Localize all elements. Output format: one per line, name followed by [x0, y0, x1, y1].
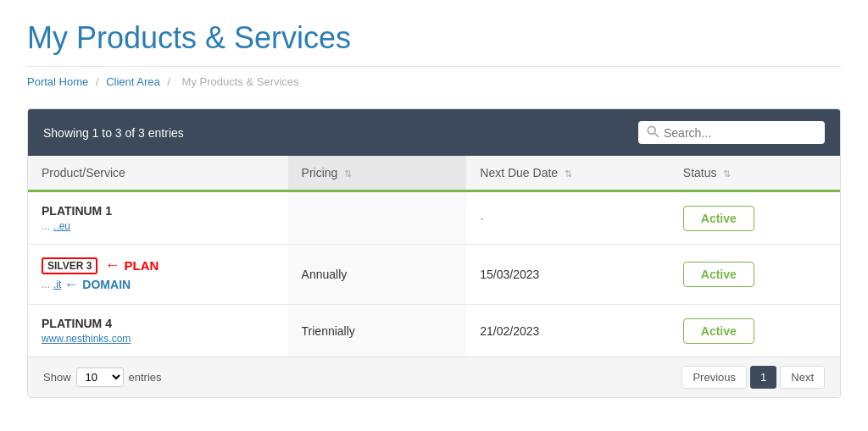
pagination: Previous 1 Next: [682, 366, 825, 389]
search-input[interactable]: [664, 126, 816, 140]
next-button[interactable]: Next: [780, 366, 825, 389]
pricing-cell-3: Triennially: [288, 305, 467, 357]
entries-label: entries: [129, 371, 162, 384]
product-sub-1: ... ..eu: [42, 220, 275, 232]
due-date-3: 21/02/2023: [480, 324, 539, 338]
show-entries: Show 10 25 50 100 entries: [43, 367, 162, 387]
show-label: Show: [43, 371, 71, 384]
product-domain-2[interactable]: .it: [53, 279, 61, 290]
table-row: SILVER 3 ← PLAN ... .it ← DOMAIN: [28, 245, 840, 305]
due-date-1: -: [480, 212, 484, 225]
table-header-bar: Showing 1 to 3 of 3 entries: [28, 109, 840, 156]
due-cell-2: 15/03/2023: [466, 245, 670, 305]
arrow-domain-icon: ←: [64, 277, 78, 292]
search-icon: [647, 125, 659, 140]
product-sub-text-1: ...: [42, 220, 50, 232]
product-cell-1: PLATINUM 1 ... ..eu: [28, 191, 288, 245]
breadcrumb-sep-2: /: [167, 75, 170, 88]
product-domain-3[interactable]: www.nesthinks.com: [42, 333, 131, 345]
arrow-left-icon: ←: [104, 257, 120, 274]
domain-annotation: DOMAIN: [82, 278, 131, 291]
plan-badge-2: SILVER 3: [42, 257, 97, 274]
breadcrumb-client-area[interactable]: Client Area: [106, 75, 160, 88]
previous-button[interactable]: Previous: [682, 366, 747, 389]
due-cell-3: 21/02/2023: [466, 305, 670, 357]
breadcrumb-portal-home[interactable]: Portal Home: [27, 75, 88, 88]
status-button-2[interactable]: Active: [683, 262, 754, 287]
page-title: My Products & Services: [27, 20, 841, 56]
product-name-1: PLATINUM 1: [42, 204, 275, 218]
pricing-value-2: Annually: [302, 268, 348, 281]
products-table: Product/Service Pricing ⇅ Next Due Date …: [28, 156, 840, 356]
product-cell-3: PLATINUM 4 www.nesthinks.com: [28, 305, 288, 357]
product-domain-1[interactable]: ..eu: [53, 220, 70, 232]
col-header-status[interactable]: Status ⇅: [670, 156, 840, 191]
product-sub-3: www.nesthinks.com: [42, 333, 275, 345]
status-cell-1: Active: [670, 191, 840, 245]
table-header-row: Product/Service Pricing ⇅ Next Due Date …: [28, 156, 840, 191]
product-name-3: PLATINUM 4: [42, 317, 275, 330]
status-button-1[interactable]: Active: [683, 206, 754, 231]
showing-text: Showing 1 to 3 of 3 entries: [43, 126, 184, 140]
sort-icon-status: ⇅: [723, 169, 731, 179]
pricing-cell-1: [288, 191, 467, 245]
due-date-2: 15/03/2023: [480, 268, 539, 281]
products-table-wrapper: Showing 1 to 3 of 3 entries Product/Serv…: [27, 108, 841, 398]
page-wrapper: My Products & Services Portal Home / Cli…: [0, 0, 868, 425]
search-box: [638, 121, 825, 144]
product-sub-text-2: ...: [42, 279, 50, 290]
col-header-product: Product/Service: [28, 156, 288, 191]
col-header-due[interactable]: Next Due Date ⇅: [466, 156, 670, 191]
due-cell-1: -: [466, 191, 670, 245]
table-row: PLATINUM 1 ... ..eu - Active: [28, 191, 840, 245]
current-page: 1: [750, 366, 776, 389]
status-cell-3: Active: [670, 305, 840, 357]
breadcrumb: Portal Home / Client Area / My Products …: [27, 66, 841, 88]
status-cell-2: Active: [670, 245, 840, 305]
product-cell-2: SILVER 3 ← PLAN ... .it ← DOMAIN: [28, 245, 288, 305]
product-sub-2: ... .it ← DOMAIN: [42, 277, 275, 292]
sort-icon-pricing: ⇅: [344, 169, 352, 179]
table-row: PLATINUM 4 www.nesthinks.com Triennially…: [28, 305, 840, 357]
per-page-select[interactable]: 10 25 50 100: [76, 367, 124, 387]
table-footer: Show 10 25 50 100 entries Previous 1 Nex…: [28, 356, 840, 397]
pricing-cell-2: Annually: [288, 245, 467, 305]
col-header-pricing[interactable]: Pricing ⇅: [288, 156, 467, 191]
svg-line-1: [654, 133, 658, 136]
sort-icon-due: ⇅: [565, 169, 572, 179]
plan-annotation: PLAN: [124, 258, 159, 273]
pricing-value-3: Triennially: [302, 324, 355, 338]
product-name-row-2: SILVER 3 ← PLAN: [42, 257, 275, 274]
breadcrumb-sep-1: /: [96, 75, 99, 88]
status-button-3[interactable]: Active: [683, 318, 754, 344]
breadcrumb-current: My Products & Services: [182, 75, 299, 88]
